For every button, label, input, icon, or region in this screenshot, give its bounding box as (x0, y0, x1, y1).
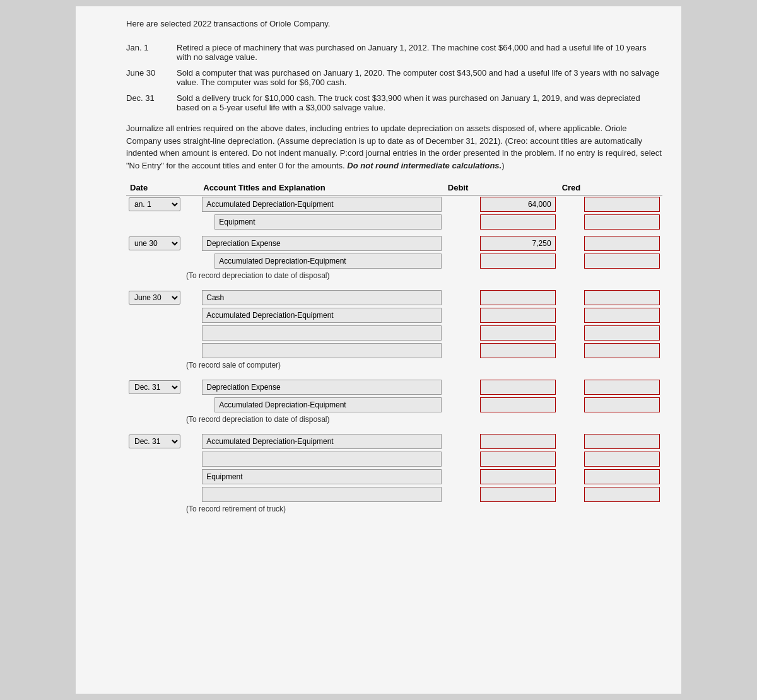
date-select[interactable]: une 30 (129, 236, 180, 250)
debit-input[interactable] (480, 469, 556, 484)
debit-cell (444, 342, 558, 359)
instructions-text: Journalize all entries required on the a… (126, 122, 662, 172)
date-select[interactable]: an. 1 (129, 197, 180, 211)
table-row (126, 396, 662, 414)
account-input[interactable] (202, 197, 442, 212)
note-text: (To record sale of computer) (126, 359, 662, 375)
account-cell (199, 252, 444, 270)
debit-input[interactable] (480, 487, 556, 502)
credit-input[interactable] (584, 290, 660, 305)
credit-input[interactable] (584, 325, 660, 341)
debit-cell (444, 486, 558, 503)
account-cell (199, 450, 444, 468)
debit-input[interactable] (480, 197, 556, 212)
debit-cell (444, 396, 558, 414)
account-input[interactable] (202, 380, 442, 395)
credit-input[interactable] (584, 397, 660, 412)
table-row (126, 342, 662, 359)
debit-input[interactable] (480, 452, 556, 467)
credit-input[interactable] (584, 434, 660, 449)
credit-input[interactable] (584, 380, 660, 395)
date-cell: June 30 (126, 289, 199, 306)
header-credit: Cred (558, 180, 662, 195)
account-input[interactable] (214, 397, 442, 412)
account-cell (199, 378, 444, 396)
trans-body-dec31: Sold a delivery truck for $10,000 cash. … (177, 93, 662, 112)
date-cell: une 30 (126, 235, 199, 252)
header-date: Date (126, 180, 199, 195)
date-select[interactable]: Dec. 31 (129, 380, 180, 394)
account-input[interactable] (202, 487, 442, 502)
debit-input[interactable] (480, 380, 556, 395)
account-input[interactable] (202, 434, 442, 449)
credit-input[interactable] (584, 214, 660, 230)
credit-cell (558, 486, 662, 503)
debit-cell (444, 378, 558, 396)
credit-input[interactable] (584, 452, 660, 467)
account-input[interactable] (214, 214, 442, 230)
date-select[interactable]: June 30 (129, 291, 180, 305)
debit-cell (444, 195, 558, 213)
date-cell (126, 342, 199, 359)
debit-input[interactable] (480, 308, 556, 323)
debit-input[interactable] (480, 325, 556, 341)
table-row (126, 252, 662, 270)
credit-input[interactable] (584, 487, 660, 502)
account-cell (199, 468, 444, 486)
date-cell (126, 468, 199, 486)
account-cell (199, 289, 444, 306)
intro-text: Here are selected 2022 transactions of O… (126, 19, 662, 28)
credit-cell (558, 324, 662, 342)
account-input[interactable] (214, 254, 442, 269)
account-input[interactable] (202, 325, 442, 341)
debit-cell (444, 324, 558, 342)
credit-cell (558, 235, 662, 252)
note-row: (To record sale of computer) (126, 359, 662, 375)
account-input[interactable] (202, 469, 442, 484)
debit-cell (444, 252, 558, 270)
debit-input[interactable] (480, 434, 556, 449)
table-row: une 30 (126, 235, 662, 252)
debit-cell (444, 468, 558, 486)
credit-input[interactable] (584, 469, 660, 484)
credit-cell (558, 433, 662, 450)
debit-cell (444, 306, 558, 324)
account-cell (199, 195, 444, 213)
date-cell: Dec. 31 (126, 378, 199, 396)
credit-input[interactable] (584, 197, 660, 212)
credit-cell (558, 195, 662, 213)
note-text: (To record retirement of truck) (126, 503, 662, 518)
account-input[interactable] (202, 236, 442, 251)
debit-cell (444, 433, 558, 450)
credit-input[interactable] (584, 308, 660, 323)
debit-input[interactable] (480, 290, 556, 305)
debit-cell (444, 289, 558, 306)
date-cell: an. 1 (126, 195, 199, 213)
credit-input[interactable] (584, 236, 660, 251)
debit-input[interactable] (480, 254, 556, 269)
account-input[interactable] (202, 343, 442, 358)
credit-cell (558, 252, 662, 270)
credit-cell (558, 450, 662, 468)
table-row (126, 306, 662, 324)
transaction-jun30: June 30 Sold a computer that was purchas… (126, 68, 662, 87)
debit-input[interactable] (480, 397, 556, 412)
debit-input[interactable] (480, 236, 556, 251)
transaction-dec31: Dec. 31 Sold a delivery truck for $10,00… (126, 93, 662, 112)
account-input[interactable] (202, 308, 442, 323)
trans-date-jun30: June 30 (126, 68, 177, 87)
note-text: (To record depreciation to date of dispo… (126, 270, 662, 285)
table-row (126, 213, 662, 231)
table-row (126, 450, 662, 468)
table-row (126, 486, 662, 503)
credit-input[interactable] (584, 254, 660, 269)
account-cell (199, 213, 444, 231)
account-input[interactable] (202, 452, 442, 467)
page-container: Here are selected 2022 transactions of O… (76, 6, 681, 694)
debit-input[interactable] (480, 343, 556, 358)
date-select[interactable]: Dec. 31 (129, 435, 180, 448)
credit-input[interactable] (584, 343, 660, 358)
debit-input[interactable] (480, 214, 556, 230)
debit-cell (444, 235, 558, 252)
account-input[interactable] (202, 290, 442, 305)
